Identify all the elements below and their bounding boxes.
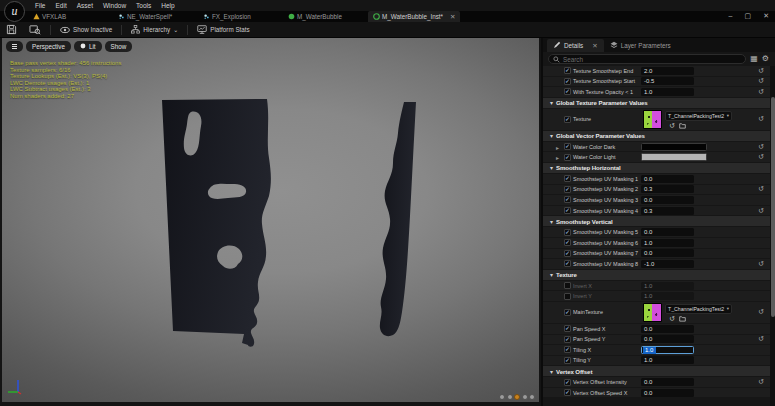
platform-stats-button[interactable]: Platform Stats: [191, 22, 256, 38]
category-smoothstep-vertical[interactable]: ▾Smoothstep Vertical: [543, 216, 772, 227]
override-checkbox[interactable]: ✓: [564, 239, 571, 246]
reset-to-default-icon[interactable]: ↺: [758, 77, 764, 85]
override-checkbox[interactable]: ✓: [564, 67, 571, 74]
param-value-field[interactable]: 1.0: [641, 356, 694, 364]
override-checkbox[interactable]: ✓: [564, 175, 571, 182]
param-value-field[interactable]: 1.0: [641, 346, 694, 354]
override-checkbox[interactable]: ✓: [564, 260, 571, 267]
override-checkbox[interactable]: [564, 293, 571, 300]
use-selected-asset-icon[interactable]: ↺: [669, 315, 675, 323]
reset-to-default-icon[interactable]: ↺: [758, 308, 764, 316]
reset-to-default-icon[interactable]: ↺: [758, 115, 764, 123]
gear-icon[interactable]: ⚙: [762, 55, 769, 63]
details-scrollbar-thumb[interactable]: [771, 97, 775, 317]
menu-edit[interactable]: Edit: [50, 0, 71, 11]
preview-shape-plane-button[interactable]: [514, 394, 520, 400]
param-value-field[interactable]: 0.0: [641, 389, 694, 397]
override-checkbox[interactable]: ✓: [564, 88, 571, 95]
override-checkbox[interactable]: ✓: [564, 357, 571, 364]
maximize-button[interactable]: ▢: [745, 12, 752, 20]
menu-asset[interactable]: Asset: [72, 0, 98, 11]
expander-icon[interactable]: ▸: [556, 154, 559, 161]
preview-shape-cylinder-button[interactable]: [499, 394, 505, 400]
tab-vfxlab[interactable]: VFXLAB: [28, 11, 71, 22]
param-value-field[interactable]: 0.0: [641, 335, 694, 343]
param-value-field[interactable]: 0.0: [641, 325, 694, 333]
override-checkbox[interactable]: ✓: [564, 116, 571, 123]
override-checkbox[interactable]: ✓: [564, 154, 571, 161]
param-value-field[interactable]: 0.0: [641, 378, 694, 386]
tab-m_waterbubble[interactable]: M_WaterBubble: [283, 11, 347, 22]
texture-asset-dropdown[interactable]: T_ChannelPackingTest2▾: [665, 111, 732, 121]
param-value-field[interactable]: 0.0: [641, 175, 694, 183]
close-icon[interactable]: ✕: [450, 13, 455, 21]
details-tab-layer-parameters[interactable]: Layer Parameters: [604, 39, 677, 52]
param-value-field[interactable]: 0.0: [641, 196, 694, 204]
param-value-field[interactable]: 1.0: [641, 88, 694, 96]
tab-ne_waterspell[interactable]: NE_WaterSpell*: [113, 11, 177, 22]
tab-m_waterbubble_inst[interactable]: M_WaterBubble_Inst*✕: [368, 11, 460, 22]
override-checkbox[interactable]: ✓: [564, 186, 571, 193]
perspective-button[interactable]: Perspective: [26, 41, 71, 52]
menu-help[interactable]: Help: [156, 0, 179, 11]
override-checkbox[interactable]: ✓: [564, 389, 571, 396]
hierarchy-button[interactable]: Hierarchy⌄: [125, 22, 184, 38]
reset-to-default-icon[interactable]: ↺: [758, 335, 764, 343]
param-value-field[interactable]: 1.0: [641, 239, 694, 247]
menu-tools[interactable]: Tools: [131, 0, 156, 11]
texture-thumbnail[interactable]: [643, 110, 662, 129]
param-value-field[interactable]: 1.0: [641, 292, 694, 300]
param-value-field[interactable]: 0.0: [641, 228, 694, 236]
reset-to-default-icon[interactable]: ↺: [758, 143, 764, 151]
menu-window[interactable]: Window: [98, 0, 131, 11]
texture-thumbnail[interactable]: [643, 303, 662, 322]
reset-to-default-icon[interactable]: ↺: [758, 260, 764, 268]
preview-shape-sphere-button[interactable]: [507, 394, 513, 400]
search-input[interactable]: Search: [548, 54, 746, 64]
param-value-field[interactable]: 1.0: [641, 282, 694, 290]
close-button[interactable]: ✕: [763, 12, 769, 20]
use-selected-asset-icon[interactable]: ↺: [669, 122, 675, 130]
category-vertex-offset[interactable]: ▾Vertex Offset: [543, 366, 772, 377]
override-checkbox[interactable]: ✓: [564, 229, 571, 236]
category-global-texture-parameter-values[interactable]: ▾Global Texture Parameter Values: [543, 98, 772, 109]
browse-button[interactable]: [23, 22, 47, 38]
preview-shape-mesh-button[interactable]: [529, 394, 535, 400]
reset-to-default-icon[interactable]: ↺: [758, 207, 764, 215]
tab-fx_explosion[interactable]: FX_Explosion: [198, 11, 256, 22]
show-button[interactable]: Show: [105, 41, 133, 52]
override-checkbox[interactable]: ✓: [564, 78, 571, 85]
override-checkbox[interactable]: ✓: [564, 309, 571, 316]
override-checkbox[interactable]: ✓: [564, 336, 571, 343]
param-value-field[interactable]: 0.3: [641, 207, 694, 215]
browse-to-asset-icon[interactable]: [679, 315, 686, 323]
override-checkbox[interactable]: ✓: [564, 143, 571, 150]
override-checkbox[interactable]: ✓: [564, 207, 571, 214]
menu-file[interactable]: File: [30, 0, 50, 11]
color-swatch[interactable]: [641, 153, 707, 161]
param-value-field[interactable]: -1.0: [641, 260, 694, 268]
override-checkbox[interactable]: ✓: [564, 379, 571, 386]
category-texture[interactable]: ▾Texture: [543, 270, 772, 281]
minimize-button[interactable]: –: [729, 12, 733, 20]
color-swatch[interactable]: [641, 143, 707, 151]
reset-to-default-icon[interactable]: ↺: [758, 185, 764, 193]
category-global-vector-parameter-values[interactable]: ▾Global Vector Parameter Values: [543, 131, 772, 142]
param-value-field[interactable]: 0.3: [641, 185, 694, 193]
browse-to-asset-icon[interactable]: [679, 122, 686, 130]
viewport-menu-button[interactable]: [6, 41, 23, 52]
param-value-field[interactable]: -0.5: [641, 77, 694, 85]
preview-viewport[interactable]: PerspectiveLitShow Base pass vertex shad…: [2, 38, 539, 402]
show-inactive-button[interactable]: Show Inactive: [54, 22, 118, 38]
override-checkbox[interactable]: ✓: [564, 346, 571, 353]
override-checkbox[interactable]: ✓: [564, 325, 571, 332]
category-smoothstep-horizontal[interactable]: ▾Smoothstep Horizontal: [543, 163, 772, 174]
reset-to-default-icon[interactable]: ↺: [758, 378, 764, 386]
lit-button[interactable]: Lit: [74, 41, 102, 52]
reset-to-default-icon[interactable]: ↺: [758, 88, 764, 96]
expander-icon[interactable]: ▸: [556, 143, 559, 150]
view-options-icon[interactable]: ▦: [750, 55, 758, 63]
reset-to-default-icon[interactable]: ↺: [758, 67, 764, 75]
override-checkbox[interactable]: ✓: [564, 196, 571, 203]
preview-shape-cube-button[interactable]: [522, 394, 528, 400]
